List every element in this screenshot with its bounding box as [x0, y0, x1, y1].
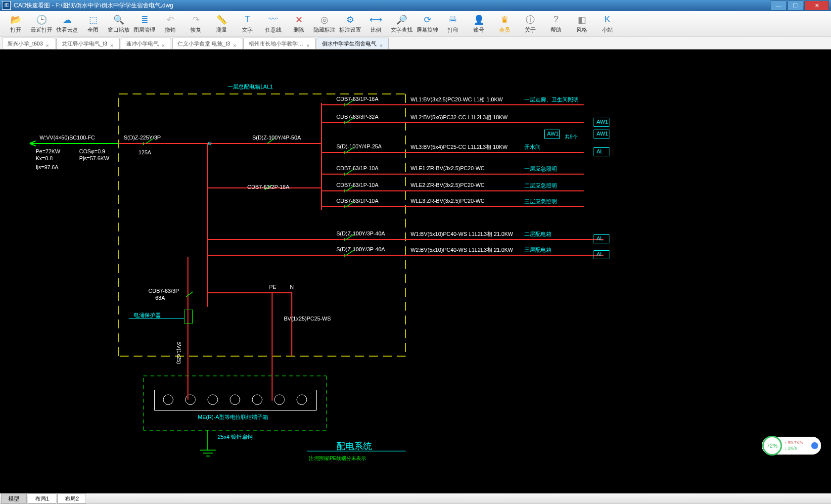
drawing-text: BV(1x25) — [176, 341, 182, 364]
tab-close-icon[interactable]: × — [379, 40, 385, 46]
scale-icon: ⟷ — [370, 14, 381, 25]
toolbar-layers-button[interactable]: ≣图层管理 — [132, 12, 157, 36]
toolbar-open-button[interactable]: 📂打开 — [3, 12, 29, 36]
account-icon: 👤 — [473, 14, 484, 25]
toolbar-vip-button[interactable]: ♛会员 — [492, 12, 517, 36]
tab-label: 梧州市长地小学教学… — [249, 41, 303, 46]
minimize-button[interactable]: — — [771, 0, 786, 10]
doc-tab[interactable]: 新兴小学_t603× — [2, 38, 55, 49]
zoomwin-icon: 🔍 — [113, 14, 124, 25]
toolbar-recent-button[interactable]: 🕒最近打开 — [29, 12, 54, 36]
toolbar-label: 打印 — [448, 26, 459, 34]
toolbar-label: 任意线 — [265, 26, 281, 34]
toolbar-mini-button[interactable]: K小站 — [595, 12, 620, 36]
toolbar-freeline-button[interactable]: 〰任意线 — [260, 12, 286, 36]
toolbar-findtext-button[interactable]: 🔎文字查找 — [389, 12, 415, 36]
drawing-text: CDB7-63/1P-10A — [336, 182, 378, 188]
speed-widget[interactable]: 72% ↑ 59.7K/s ↓ 2K/s — [762, 437, 821, 455]
tab-close-icon[interactable]: × — [306, 40, 312, 46]
drawing-text: AW1 — [597, 119, 608, 125]
toolbar-label: 文字查找 — [391, 26, 413, 34]
toolbar-account-button[interactable]: 👤账号 — [466, 12, 492, 36]
toolbar-full-button[interactable]: ⬚全图 — [80, 12, 106, 36]
tab-close-icon[interactable]: × — [233, 40, 239, 46]
toolbar-label: 恢复 — [190, 26, 201, 34]
toolbar-label: 关于 — [525, 26, 536, 34]
drawing-text: 一层走廊、卫生间照明 — [524, 96, 579, 103]
toolbar-label: 文字 — [242, 26, 253, 34]
doc-tab[interactable]: 蓬冲小学电气× — [121, 38, 171, 49]
vip-icon: ♛ — [499, 14, 510, 25]
drawing-canvas[interactable]: 一层总配电箱1AL1W:VV(4×50)SC100-FCPe=72KWKx=0.… — [0, 49, 831, 493]
doc-tab[interactable]: 仁义小学食堂 电施_t3× — [172, 38, 242, 49]
toolbar-label: 最近打开 — [31, 26, 52, 34]
speed-percent: 72% — [762, 436, 782, 456]
drawing-text: Pe=72KW — [36, 148, 60, 154]
toolbar-hidemark-button[interactable]: ◎隐藏标注 — [312, 12, 337, 36]
markset-icon: ⚙ — [345, 14, 356, 25]
drawing-text: CDB7-63/3P — [148, 288, 179, 294]
tab-close-icon[interactable]: × — [46, 40, 52, 46]
maximize-button[interactable]: ☐ — [787, 0, 803, 10]
drawing-text: AW1 — [547, 131, 558, 137]
document-tabs: 新兴小学_t603×龙江驿小学电气_t3×蓬冲小学电气×仁义小学食堂 电施_t3… — [0, 37, 831, 49]
layout-tab[interactable]: 模型 — [1, 494, 27, 504]
drawing-text: AL — [597, 148, 603, 154]
drawing-text: 三层应急照明 — [524, 198, 557, 205]
freeline-icon: 〰 — [268, 14, 278, 25]
toolbar-label: 快看云盘 — [56, 26, 78, 34]
toolbar-label: 账号 — [473, 26, 484, 34]
toolbar-print-button[interactable]: 🖶打印 — [440, 12, 466, 36]
tab-close-icon[interactable]: × — [110, 40, 116, 46]
drawing-text: CDB7-63/1P-16A — [336, 96, 378, 102]
findtext-icon: 🔎 — [396, 14, 407, 25]
doc-tab[interactable]: 龙江驿小学电气_t3× — [56, 38, 120, 49]
tab-label: 蓬冲小学电气 — [126, 41, 159, 46]
layout-tab[interactable]: 布局2 — [57, 494, 86, 504]
app-icon: 图 — [2, 1, 11, 10]
toolbar-about-button[interactable]: ⓘ关于 — [517, 12, 543, 36]
toolbar-measure-button[interactable]: 📏测量 — [209, 12, 234, 36]
toolbar-help-button[interactable]: ?帮助 — [543, 12, 569, 36]
toolbar-label: 帮助 — [551, 26, 561, 34]
tab-label: 仁义小学食堂 电施_t3 — [178, 41, 230, 46]
style-icon: ◧ — [576, 14, 587, 25]
svg-line-43 — [186, 292, 193, 297]
tab-close-icon[interactable]: × — [162, 40, 168, 46]
toolbar-markset-button[interactable]: ⚙标注设置 — [337, 12, 363, 36]
about-icon: ⓘ — [525, 14, 536, 25]
layout-tab[interactable]: 布局1 — [28, 494, 56, 504]
doc-tab[interactable]: 倒水中学学生宿舍电气× — [317, 38, 389, 49]
doc-tab[interactable]: 梧州市长地小学教学…× — [243, 38, 316, 49]
svg-line-6 — [30, 143, 36, 146]
drawing-text: Pjs=57.6KW — [79, 155, 109, 161]
drawing-box — [154, 390, 317, 411]
text-icon: T — [242, 14, 253, 25]
drawing-text: AW1 — [597, 131, 608, 137]
delete-icon: ✕ — [293, 14, 304, 25]
full-icon: ⬚ — [88, 14, 98, 25]
close-button[interactable]: ✕ — [804, 0, 829, 10]
drawing-text: WLE3:ZR-BV(3x2.5)PC20-WC — [411, 198, 485, 204]
drawing-text: 二层配电箱 — [524, 230, 552, 238]
drawing-text: W1:BV(5x10)PC40-WS L1L2L3相 21.0KW — [411, 230, 513, 238]
window-title: CAD快速看图 - F:\图纸\倒水中学\倒水中学学生宿舍电气.dwg — [14, 1, 173, 10]
drawing-text: 一层应急照明 — [524, 165, 557, 173]
drawing-text: AL — [597, 251, 603, 257]
drawing-text: ME(R)-A型等电位联结端子箱 — [198, 413, 268, 421]
toolbar-style-button[interactable]: ◧风格 — [569, 12, 595, 36]
drawing-box — [184, 310, 193, 323]
toolbar-delete-button[interactable]: ✕删除 — [286, 12, 312, 36]
drawing-text: CDB7-63/1P-10A — [336, 198, 378, 204]
rotate-icon: ⟳ — [422, 14, 433, 25]
toolbar-scale-button[interactable]: ⟷比例 — [363, 12, 389, 36]
toolbar-rotate-button[interactable]: ⟳屏幕旋转 — [415, 12, 440, 36]
toolbar-undo-button[interactable]: ↶撤销 — [157, 12, 183, 36]
toolbar-zoomwin-button[interactable]: 🔍窗口缩放 — [106, 12, 132, 36]
drawing-text: Kx=0.8 — [36, 155, 53, 161]
toolbar-cloud-button[interactable]: ☁快看云盘 — [54, 12, 80, 36]
drawing-text: COSφ=0.9 — [79, 148, 105, 154]
drawing-text: 注:照明箱PE线端分末表示 — [309, 455, 366, 462]
toolbar-text-button[interactable]: T文字 — [234, 12, 260, 36]
toolbar-redo-button[interactable]: ↷恢复 — [183, 12, 209, 36]
